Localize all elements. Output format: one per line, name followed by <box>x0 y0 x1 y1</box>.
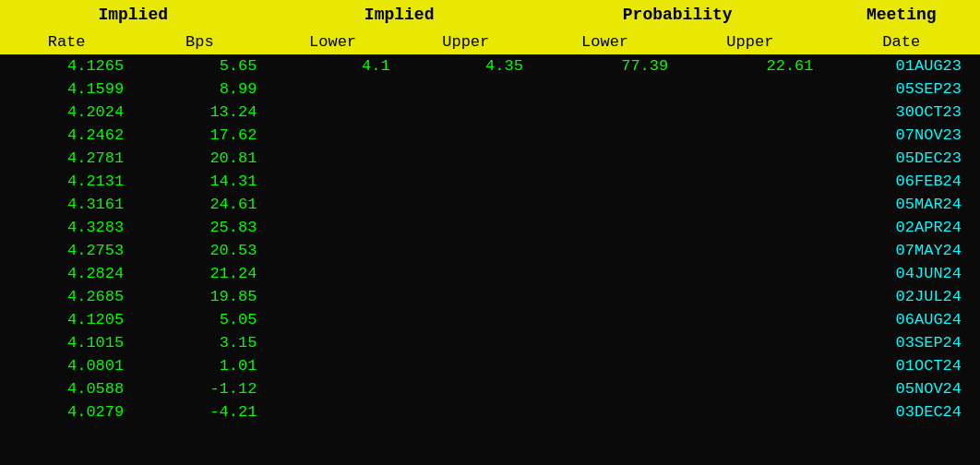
table-row: 4.10153.1503SEP24 <box>0 331 980 354</box>
table-row: 4.0588-1.1205NOV24 <box>0 377 980 400</box>
table-cell <box>266 101 399 124</box>
table-cell: 4.35 <box>400 54 532 78</box>
table-cell: 30OCT23 <box>823 101 980 124</box>
table-cell: 4.2781 <box>0 147 133 170</box>
table-cell <box>677 285 822 308</box>
table-cell: 8.99 <box>133 78 266 101</box>
table-cell <box>266 147 399 170</box>
table-cell <box>532 239 677 262</box>
table-cell <box>266 354 399 377</box>
table-cell <box>532 331 677 354</box>
table-cell: 4.3161 <box>0 193 133 216</box>
table-cell <box>400 216 532 239</box>
table-cell: 4.2131 <box>0 170 133 193</box>
table-cell <box>532 78 677 101</box>
table-cell: 4.3283 <box>0 216 133 239</box>
table-row: 4.328325.8302APR24 <box>0 216 980 239</box>
table-cell <box>532 124 677 147</box>
table-cell <box>266 170 399 193</box>
table-cell <box>532 170 677 193</box>
rates-table: Implied Implied Probability Meeting Rate… <box>0 0 980 423</box>
table-cell <box>400 308 532 331</box>
table-cell <box>532 101 677 124</box>
table-cell: 19.85 <box>133 285 266 308</box>
table-cell: 07NOV23 <box>823 124 980 147</box>
table-cell: 4.2462 <box>0 124 133 147</box>
col-header-rate: Rate <box>0 30 133 54</box>
implied-header-1: Implied <box>0 0 266 30</box>
table-cell <box>400 285 532 308</box>
table-cell <box>400 147 532 170</box>
table-cell <box>677 262 822 285</box>
table-cell: 4.0588 <box>0 377 133 400</box>
table-cell <box>400 124 532 147</box>
table-cell <box>532 400 677 423</box>
implied-header-2: Implied <box>266 0 532 30</box>
table-cell: -4.21 <box>133 400 266 423</box>
table-row: 4.246217.6207NOV23 <box>0 124 980 147</box>
table-row: 4.213114.3106FEB24 <box>0 170 980 193</box>
table-cell <box>400 239 532 262</box>
table-row: 4.0279-4.2103DEC24 <box>0 400 980 423</box>
probability-header: Probability <box>532 0 823 30</box>
table-cell: 4.1205 <box>0 308 133 331</box>
table-cell <box>266 331 399 354</box>
table-cell: 3.15 <box>133 331 266 354</box>
table-row: 4.282421.2404JUN24 <box>0 262 980 285</box>
table-cell: 13.24 <box>133 101 266 124</box>
table-cell <box>400 400 532 423</box>
table-body: 4.12655.654.14.3577.3922.6101AUG234.1599… <box>0 54 980 423</box>
table-cell <box>400 193 532 216</box>
table-cell: 20.81 <box>133 147 266 170</box>
table-cell <box>677 78 822 101</box>
table-cell: 05SEP23 <box>823 78 980 101</box>
table-cell <box>400 262 532 285</box>
col-header-prob-lower: Lower <box>532 30 677 54</box>
table-row: 4.316124.6105MAR24 <box>0 193 980 216</box>
col-header-prob-upper: Upper <box>677 30 822 54</box>
table-cell <box>266 308 399 331</box>
table-row: 4.12655.654.14.3577.3922.6101AUG23 <box>0 54 980 78</box>
table-cell: 01OCT24 <box>823 354 980 377</box>
header-row-2: Rate Bps Lower Upper Lower Upper Date <box>0 30 980 54</box>
table-cell: 4.0801 <box>0 354 133 377</box>
table-cell <box>677 239 822 262</box>
table-cell: 25.83 <box>133 216 266 239</box>
table-cell <box>266 377 399 400</box>
table-cell <box>266 216 399 239</box>
table-cell <box>677 354 822 377</box>
table-cell <box>677 124 822 147</box>
table-cell <box>677 170 822 193</box>
table-cell: 05DEC23 <box>823 147 980 170</box>
table-cell <box>677 377 822 400</box>
col-header-imp-upper: Upper <box>400 30 532 54</box>
table-cell <box>400 377 532 400</box>
meeting-header: Meeting <box>823 0 980 30</box>
col-header-date: Date <box>823 30 980 54</box>
table-cell <box>532 354 677 377</box>
header-row-1: Implied Implied Probability Meeting <box>0 0 980 30</box>
table-cell <box>532 377 677 400</box>
table-cell: 06FEB24 <box>823 170 980 193</box>
table-cell <box>400 101 532 124</box>
table-cell: 20.53 <box>133 239 266 262</box>
table-cell: 4.1015 <box>0 331 133 354</box>
table-cell <box>266 400 399 423</box>
table-cell: 4.2753 <box>0 239 133 262</box>
table-cell: 1.01 <box>133 354 266 377</box>
table-cell: 02JUL24 <box>823 285 980 308</box>
table-cell <box>266 193 399 216</box>
table-cell <box>400 78 532 101</box>
table-cell: 4.2024 <box>0 101 133 124</box>
table-cell: 4.0279 <box>0 400 133 423</box>
col-header-bps: Bps <box>133 30 266 54</box>
table-cell <box>266 239 399 262</box>
main-table-container: Implied Implied Probability Meeting Rate… <box>0 0 980 423</box>
table-cell <box>400 331 532 354</box>
table-cell <box>532 308 677 331</box>
table-cell: 77.39 <box>532 54 677 78</box>
table-cell: 4.2824 <box>0 262 133 285</box>
table-cell <box>266 285 399 308</box>
table-row: 4.12055.0506AUG24 <box>0 308 980 331</box>
table-cell <box>677 331 822 354</box>
